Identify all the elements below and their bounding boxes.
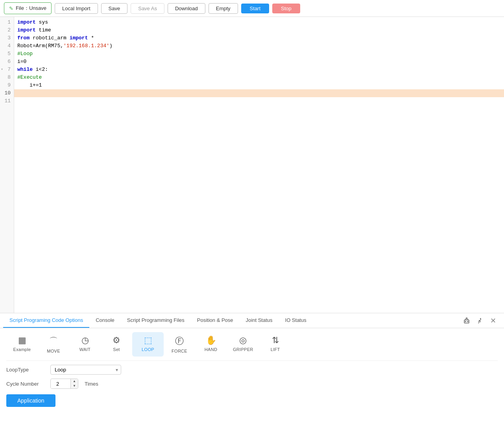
loop-label: LOOP bbox=[142, 347, 154, 352]
icon-loop[interactable]: ⬚LOOP bbox=[132, 332, 164, 357]
example-icon: ▦ bbox=[18, 335, 26, 346]
wait-icon: ◷ bbox=[81, 335, 89, 346]
force-label: FORCE bbox=[172, 349, 187, 353]
icon-wait[interactable]: ◷WAIT bbox=[69, 332, 101, 357]
times-label: Times bbox=[85, 381, 98, 387]
gripper-icon: ◎ bbox=[239, 335, 247, 346]
force-icon: Ⓕ bbox=[175, 335, 184, 347]
spin-buttons: ▲ ▼ bbox=[70, 379, 78, 388]
icon-force[interactable]: ⒻFORCE bbox=[164, 332, 195, 357]
code-line-11 bbox=[17, 97, 501, 105]
download-button[interactable]: Download bbox=[168, 3, 205, 14]
close-icon-button[interactable]: ✕ bbox=[489, 315, 498, 327]
toolbar: ✎ File：Unsave Local Import Save Save As … bbox=[0, 0, 504, 17]
cycle-number-input[interactable] bbox=[51, 379, 70, 388]
code-line-3: from robotic_arm import * bbox=[17, 34, 501, 42]
icon-move[interactable]: ⌒MOVE bbox=[38, 332, 69, 357]
file-button[interactable]: ✎ File：Unsave bbox=[4, 2, 52, 14]
robot-icon-button[interactable] bbox=[461, 315, 472, 326]
code-line-8: #Execute bbox=[17, 74, 501, 81]
move-icon: ⌒ bbox=[49, 335, 58, 347]
example-label: Example bbox=[13, 347, 31, 352]
icon-hand[interactable]: ✋HAND bbox=[195, 332, 227, 357]
tab-console[interactable]: Console bbox=[89, 313, 121, 328]
spin-down-button[interactable]: ▼ bbox=[71, 384, 78, 388]
cycle-number-label: Cycle Number bbox=[6, 381, 46, 387]
tab-io-status[interactable]: IO Status bbox=[279, 313, 313, 328]
loop-type-row: LoopType Loop While For bbox=[6, 365, 498, 375]
icon-grid: ▦Example⌒MOVE◷WAIT⚙Set⬚LOOPⒻFORCE✋HAND◎G… bbox=[6, 332, 498, 361]
icon-set[interactable]: ⚙Set bbox=[101, 332, 132, 357]
code-content[interactable]: import sysimport timefrom robotic_arm im… bbox=[14, 17, 504, 313]
save-button[interactable]: Save bbox=[101, 3, 128, 14]
local-import-button[interactable]: Local Import bbox=[55, 3, 98, 14]
code-line-7: while i<2: bbox=[17, 66, 501, 74]
set-label: Set bbox=[113, 347, 120, 352]
code-line-6: i=0 bbox=[17, 58, 501, 66]
lift-icon: ⇅ bbox=[272, 335, 279, 346]
line-numbers: 1234567891011▾ bbox=[0, 17, 14, 313]
tab-bar: Script Programing Code Options Console S… bbox=[0, 313, 504, 328]
options-content: ▦Example⌒MOVE◷WAIT⚙Set⬚LOOPⒻFORCE✋HAND◎G… bbox=[0, 328, 504, 425]
icon-lift[interactable]: ⇅LIFT bbox=[260, 332, 291, 357]
code-line-1: import sys bbox=[17, 18, 501, 26]
tab-script-options[interactable]: Script Programing Code Options bbox=[3, 313, 89, 328]
code-line-4: Robot=Arm(RM75,'192.168.1.234') bbox=[17, 42, 501, 50]
cycle-number-input-wrap: ▲ ▼ bbox=[50, 379, 78, 389]
svg-point-5 bbox=[467, 321, 468, 322]
gripper-label: GRIPPER bbox=[233, 347, 253, 352]
tab-icons: ✕ bbox=[458, 315, 501, 327]
spin-up-button[interactable]: ▲ bbox=[71, 379, 78, 384]
application-button[interactable]: Application bbox=[6, 394, 55, 407]
file-label: File：Unsave bbox=[16, 5, 46, 12]
tab-joint-status[interactable]: Joint Status bbox=[240, 313, 279, 328]
tab-position-pose[interactable]: Position & Pose bbox=[191, 313, 240, 328]
form-area: LoopType Loop While For Cycle Number ▲ ▼ bbox=[6, 365, 498, 407]
loop-type-select[interactable]: Loop While For bbox=[50, 365, 121, 375]
wait-label: WAIT bbox=[79, 347, 90, 352]
edit-icon: ✎ bbox=[9, 6, 13, 11]
code-line-2: import time bbox=[17, 26, 501, 34]
icon-gripper[interactable]: ◎GRIPPER bbox=[227, 332, 260, 357]
start-button[interactable]: Start bbox=[241, 4, 269, 13]
cycle-number-row: Cycle Number ▲ ▼ Times bbox=[6, 379, 498, 389]
svg-point-4 bbox=[465, 321, 466, 322]
code-line-5: #Loop bbox=[17, 50, 501, 58]
hand-label: HAND bbox=[205, 347, 217, 352]
code-line-10 bbox=[14, 89, 504, 97]
hand-icon: ✋ bbox=[206, 335, 216, 346]
loop-type-label: LoopType bbox=[6, 367, 46, 373]
bottom-panel: Script Programing Code Options Console S… bbox=[0, 313, 504, 425]
move-label: MOVE bbox=[47, 349, 60, 353]
empty-button[interactable]: Empty bbox=[209, 3, 238, 14]
editor-area: 1234567891011▾ import sysimport timefrom… bbox=[0, 17, 504, 313]
lift-label: LIFT bbox=[271, 347, 280, 352]
stop-button[interactable]: Stop bbox=[272, 4, 300, 13]
loop-icon: ⬚ bbox=[144, 335, 152, 346]
pin-icon-button[interactable] bbox=[475, 316, 486, 326]
tab-script-files[interactable]: Script Programming Files bbox=[121, 313, 191, 328]
set-icon: ⚙ bbox=[113, 335, 120, 346]
code-line-9: i+=1 bbox=[17, 81, 501, 89]
loop-type-select-wrapper: Loop While For bbox=[50, 365, 121, 375]
save-as-button[interactable]: Save As bbox=[131, 3, 164, 14]
icon-example[interactable]: ▦Example bbox=[6, 332, 38, 357]
svg-point-3 bbox=[466, 318, 467, 319]
